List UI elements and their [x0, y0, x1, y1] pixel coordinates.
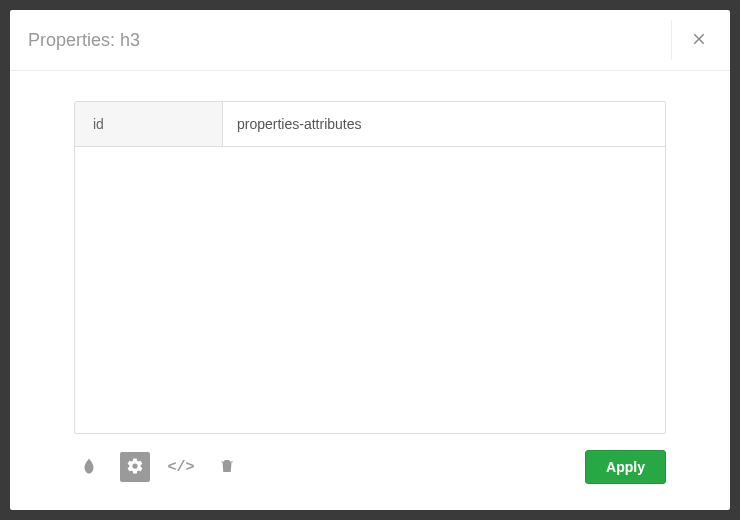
properties-panel: Properties: h3 id [10, 10, 730, 510]
code-icon: </> [167, 459, 194, 476]
gear-icon [126, 457, 144, 478]
panel-body: id [10, 71, 730, 434]
attribute-value-cell [223, 102, 665, 146]
delete-button[interactable] [212, 452, 242, 482]
apply-button[interactable]: Apply [585, 450, 666, 484]
panel-header: Properties: h3 [10, 10, 730, 71]
style-button[interactable] [74, 452, 104, 482]
settings-button[interactable] [120, 452, 150, 482]
trash-icon [218, 457, 236, 478]
attributes-table: id [74, 101, 666, 434]
panel-title: Properties: h3 [28, 30, 140, 51]
drop-icon [80, 457, 98, 478]
attribute-row: id [75, 102, 665, 147]
code-button[interactable]: </> [166, 452, 196, 482]
footer-icon-row: </> [74, 452, 242, 482]
attribute-value-input[interactable] [223, 102, 665, 146]
close-icon [690, 30, 708, 51]
attribute-key-cell[interactable]: id [75, 102, 223, 146]
panel-footer: </> Apply [10, 434, 730, 510]
close-button[interactable] [671, 20, 712, 60]
